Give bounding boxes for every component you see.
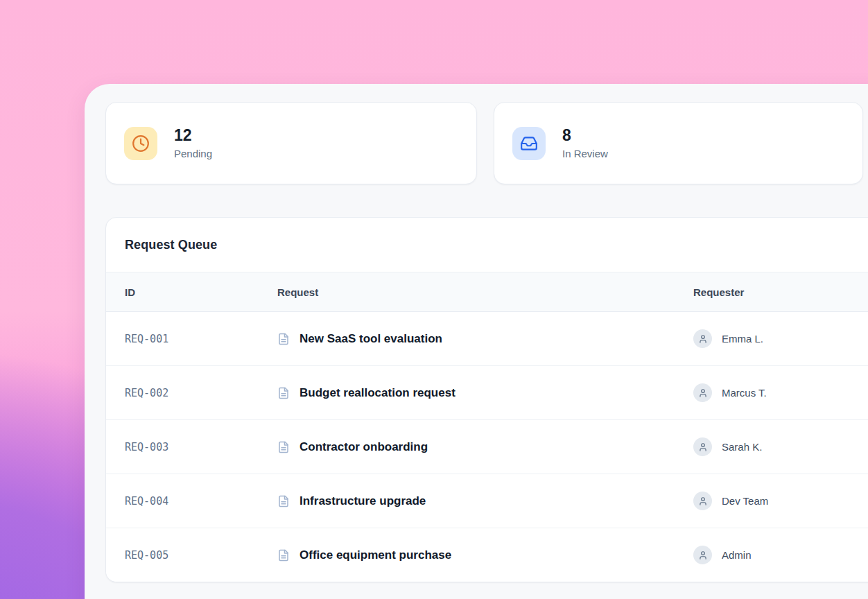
inbox-icon [512, 127, 546, 160]
request-cell: New SaaS tool evaluation [277, 332, 693, 346]
file-text-icon [277, 495, 290, 507]
stat-label-pending: Pending [174, 146, 212, 161]
requester-name: Sarah K. [722, 441, 762, 453]
stat-value-in-review: 8 [562, 126, 608, 145]
request-cell: Office equipment purchase [277, 548, 693, 562]
stat-value-pending: 12 [174, 126, 212, 145]
stat-text: 12 Pending [174, 126, 212, 161]
table-row[interactable]: REQ-001 New SaaS tool evaluation [106, 312, 868, 366]
stat-label-in-review: In Review [562, 146, 608, 161]
table-row[interactable]: REQ-002 Budget reallocation request [106, 366, 868, 420]
file-text-icon [277, 387, 290, 399]
request-id: REQ-003 [125, 441, 277, 453]
column-header-requester: Requester [693, 286, 868, 298]
requester-name: Emma L. [722, 333, 763, 345]
request-title: New SaaS tool evaluation [300, 332, 442, 346]
request-title: Budget reallocation request [300, 386, 455, 400]
avatar [693, 383, 712, 402]
requester-cell: Emma L. [693, 329, 868, 348]
requester-cell: Marcus T. [693, 383, 868, 402]
request-id: REQ-004 [125, 495, 277, 507]
request-cell: Budget reallocation request [277, 386, 693, 400]
requester-name: Dev Team [722, 495, 768, 507]
requester-name: Marcus T. [722, 387, 767, 399]
table-header-row: ID Request Requester [106, 272, 868, 312]
file-text-icon [277, 549, 290, 562]
file-text-icon [277, 333, 290, 345]
request-id: REQ-001 [125, 333, 277, 345]
column-header-id: ID [125, 286, 277, 298]
app-panel: 12 Pending 8 In Review Requ [85, 84, 868, 599]
stat-text: 8 In Review [562, 126, 608, 161]
request-cell: Contractor onboarding [277, 440, 693, 454]
requester-cell: Admin [693, 546, 868, 564]
request-title: Contractor onboarding [300, 440, 428, 454]
request-queue-card: Request Queue ID Request Requester REQ-0… [105, 217, 868, 582]
request-id: REQ-005 [125, 549, 277, 562]
table-row[interactable]: REQ-003 Contractor onboarding [106, 420, 868, 474]
clock-icon [124, 127, 157, 160]
requester-name: Admin [722, 549, 752, 561]
column-header-request: Request [277, 286, 693, 298]
request-id: REQ-002 [125, 387, 277, 399]
requester-cell: Sarah K. [693, 437, 868, 456]
request-title: Infrastructure upgrade [300, 494, 426, 508]
background-gradient: 12 Pending 8 In Review Requ [0, 0, 868, 599]
stat-card-pending: 12 Pending [105, 102, 477, 184]
table-title: Request Queue [125, 238, 217, 252]
avatar [693, 546, 712, 564]
table-title-row: Request Queue [106, 218, 868, 272]
stat-card-in-review: 8 In Review [494, 102, 863, 184]
table-row[interactable]: REQ-004 Infrastructure upgrade [106, 474, 868, 528]
request-cell: Infrastructure upgrade [277, 494, 693, 508]
table-row[interactable]: REQ-005 Office equipment purchase [106, 528, 868, 582]
stats-row: 12 Pending 8 In Review [105, 102, 868, 184]
avatar [693, 329, 712, 348]
file-text-icon [277, 441, 290, 453]
requester-cell: Dev Team [693, 492, 868, 510]
request-title: Office equipment purchase [300, 548, 451, 562]
avatar [693, 437, 712, 456]
avatar [693, 492, 712, 510]
